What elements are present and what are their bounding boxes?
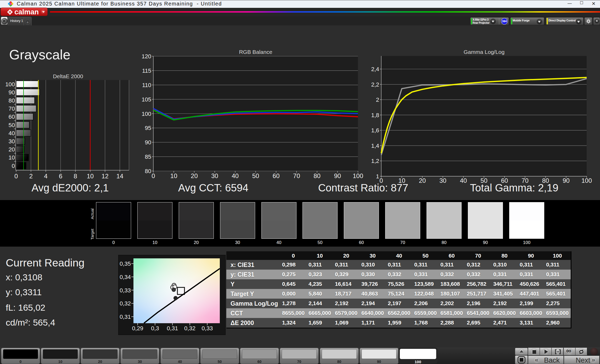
svg-text:60: 60 [9, 113, 15, 120]
svg-text:80: 80 [313, 172, 321, 179]
svg-text:30: 30 [9, 138, 15, 145]
svg-text:40: 40 [232, 172, 239, 179]
svg-text:100: 100 [353, 172, 363, 179]
svg-text:90: 90 [9, 89, 15, 96]
svg-text:2: 2 [376, 96, 379, 103]
svg-text:4: 4 [44, 173, 47, 180]
svg-text:6: 6 [59, 173, 62, 180]
svg-text:1: 1 [376, 173, 379, 180]
svg-text:2: 2 [29, 173, 33, 180]
svg-text:0,3: 0,3 [151, 325, 159, 332]
svg-text:8: 8 [74, 173, 77, 180]
svg-text:10: 10 [170, 172, 177, 179]
svg-text:20: 20 [191, 172, 198, 179]
svg-text:0: 0 [152, 172, 155, 179]
svg-text:70: 70 [293, 172, 300, 179]
svg-text:0,33: 0,33 [120, 287, 131, 294]
svg-text:2,4: 2,4 [371, 66, 379, 72]
svg-text:14: 14 [116, 173, 124, 180]
svg-text:20: 20 [419, 177, 426, 184]
svg-text:80: 80 [145, 168, 151, 174]
svg-text:DeltaE 2000: DeltaE 2000 [53, 73, 83, 79]
svg-text:115: 115 [142, 67, 151, 74]
svg-text:20: 20 [9, 146, 15, 153]
svg-text:1,2: 1,2 [371, 158, 379, 164]
svg-text:105: 105 [142, 96, 151, 103]
svg-text:2,2: 2,2 [371, 81, 379, 88]
svg-text:10: 10 [9, 154, 15, 161]
svg-text:100: 100 [581, 177, 592, 184]
svg-text:10: 10 [87, 173, 94, 180]
svg-text:30: 30 [211, 172, 218, 179]
svg-text:50: 50 [9, 122, 15, 128]
svg-text:60: 60 [273, 172, 280, 179]
svg-text:30: 30 [439, 177, 446, 184]
svg-text:100: 100 [142, 111, 151, 117]
svg-text:95: 95 [145, 125, 151, 131]
svg-text:0,35: 0,35 [120, 260, 131, 267]
svg-text:90: 90 [145, 139, 151, 146]
svg-text:0,32: 0,32 [120, 300, 131, 307]
svg-text:0,33: 0,33 [202, 325, 213, 332]
svg-text:1,8: 1,8 [371, 112, 379, 118]
svg-text:0: 0 [14, 173, 18, 180]
svg-text:0: 0 [12, 163, 15, 169]
svg-text:100: 100 [5, 81, 15, 88]
svg-text:0,31: 0,31 [120, 314, 131, 320]
svg-text:Gamma Log/Log: Gamma Log/Log [464, 49, 504, 55]
svg-text:0,34: 0,34 [120, 274, 131, 280]
svg-text:0,29: 0,29 [132, 325, 143, 332]
svg-text:40: 40 [9, 130, 15, 136]
svg-text:90: 90 [334, 172, 341, 179]
svg-text:1,6: 1,6 [371, 127, 379, 134]
svg-text:120: 120 [142, 53, 151, 60]
svg-text:12: 12 [102, 173, 109, 180]
svg-text:85: 85 [145, 153, 151, 160]
svg-text:RGB Balance: RGB Balance [239, 49, 272, 55]
svg-text:110: 110 [142, 82, 151, 88]
svg-text:70: 70 [9, 105, 15, 112]
svg-text:50: 50 [252, 172, 259, 179]
svg-text:0,32: 0,32 [184, 325, 195, 332]
svg-text:0,31: 0,31 [167, 325, 178, 332]
svg-text:80: 80 [9, 97, 15, 104]
svg-text:1,4: 1,4 [371, 143, 379, 149]
